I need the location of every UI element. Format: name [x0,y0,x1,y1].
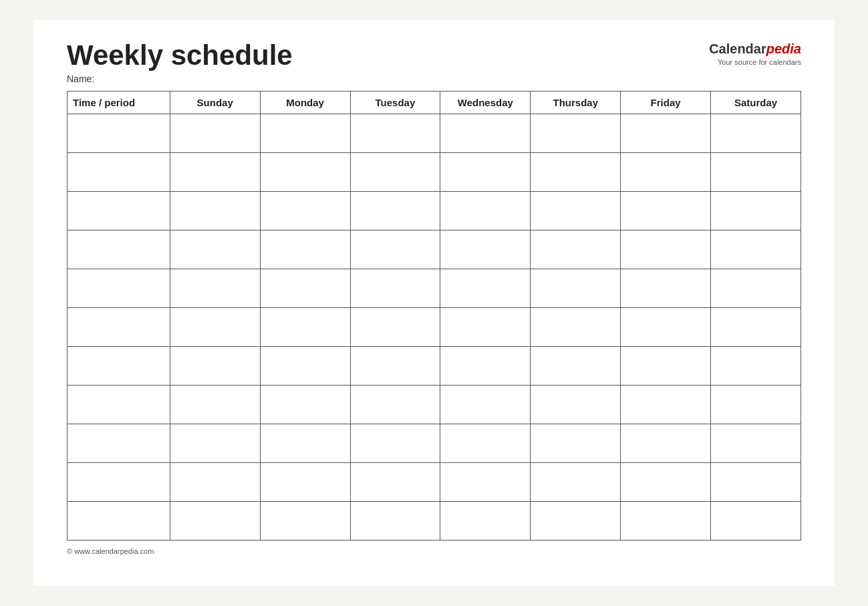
schedule-cell[interactable] [350,269,440,308]
schedule-cell[interactable] [170,463,260,502]
schedule-cell[interactable] [531,269,621,308]
schedule-cell[interactable] [711,114,801,153]
schedule-cell[interactable] [440,502,531,541]
schedule-table: Time / period Sunday Monday Tuesday Wedn… [67,91,801,541]
table-row [67,153,801,192]
schedule-cell[interactable] [621,502,711,541]
table-row [67,424,801,463]
schedule-cell[interactable] [170,192,260,231]
schedule-cell[interactable] [260,231,350,269]
schedule-cell[interactable] [621,269,711,308]
time-cell[interactable] [67,114,170,153]
time-cell[interactable] [67,463,170,502]
time-cell[interactable] [67,308,170,347]
schedule-cell[interactable] [621,424,711,463]
time-cell[interactable] [67,386,170,424]
schedule-cell[interactable] [711,463,801,502]
schedule-cell[interactable] [711,386,801,424]
schedule-cell[interactable] [260,114,350,153]
schedule-cell[interactable] [621,192,711,231]
schedule-cell[interactable] [621,231,711,269]
table-row [67,114,801,153]
schedule-cell[interactable] [711,308,801,347]
schedule-cell[interactable] [621,153,711,192]
schedule-cell[interactable] [260,192,350,231]
schedule-cell[interactable] [531,153,621,192]
schedule-cell[interactable] [350,347,440,386]
time-cell[interactable] [67,269,170,308]
time-cell[interactable] [67,192,170,231]
schedule-cell[interactable] [440,463,531,502]
schedule-cell[interactable] [531,386,621,424]
schedule-cell[interactable] [531,114,621,153]
schedule-cell[interactable] [531,424,621,463]
schedule-cell[interactable] [531,308,621,347]
time-cell[interactable] [67,347,170,386]
schedule-cell[interactable] [170,424,260,463]
schedule-cell[interactable] [440,424,531,463]
schedule-cell[interactable] [350,386,440,424]
schedule-cell[interactable] [170,231,260,269]
col-header-saturday: Saturday [711,92,801,114]
schedule-cell[interactable] [440,114,531,153]
schedule-cell[interactable] [350,463,440,502]
schedule-cell[interactable] [260,153,350,192]
schedule-cell[interactable] [621,308,711,347]
time-cell[interactable] [67,502,170,541]
time-cell[interactable] [67,424,170,463]
copyright-text: © www.calendarpedia.com [67,547,154,555]
schedule-cell[interactable] [440,308,531,347]
schedule-cell[interactable] [440,386,531,424]
schedule-cell[interactable] [531,502,621,541]
schedule-cell[interactable] [621,463,711,502]
schedule-cell[interactable] [350,114,440,153]
schedule-cell[interactable] [440,347,531,386]
schedule-cell[interactable] [711,347,801,386]
schedule-cell[interactable] [260,463,350,502]
schedule-cell[interactable] [170,347,260,386]
schedule-cell[interactable] [711,424,801,463]
schedule-cell[interactable] [531,347,621,386]
table-row [67,231,801,269]
schedule-cell[interactable] [170,502,260,541]
schedule-cell[interactable] [711,231,801,269]
time-cell[interactable] [67,153,170,192]
schedule-cell[interactable] [711,269,801,308]
schedule-cell[interactable] [711,192,801,231]
header-row: Weekly schedule Calendarpedia Your sourc… [67,40,801,71]
schedule-cell[interactable] [350,153,440,192]
schedule-cell[interactable] [350,192,440,231]
schedule-cell[interactable] [260,424,350,463]
schedule-cell[interactable] [170,386,260,424]
schedule-cell[interactable] [170,114,260,153]
schedule-cell[interactable] [260,308,350,347]
table-row [67,463,801,502]
schedule-cell[interactable] [350,308,440,347]
schedule-cell[interactable] [170,269,260,308]
schedule-cell[interactable] [170,153,260,192]
schedule-cell[interactable] [531,192,621,231]
schedule-cell[interactable] [260,269,350,308]
brand-tagline: Your source for calendars [709,57,801,67]
schedule-cell[interactable] [531,463,621,502]
schedule-cell[interactable] [711,502,801,541]
schedule-cell[interactable] [440,153,531,192]
schedule-cell[interactable] [440,192,531,231]
schedule-cell[interactable] [711,153,801,192]
schedule-cell[interactable] [621,114,711,153]
schedule-cell[interactable] [260,386,350,424]
schedule-cell[interactable] [531,231,621,269]
table-row [67,347,801,386]
schedule-cell[interactable] [350,231,440,269]
schedule-cell[interactable] [170,308,260,347]
schedule-cell[interactable] [260,502,350,541]
schedule-cell[interactable] [350,424,440,463]
time-cell[interactable] [67,231,170,269]
schedule-cell[interactable] [350,502,440,541]
col-header-sunday: Sunday [170,92,260,114]
schedule-cell[interactable] [621,347,711,386]
schedule-cell[interactable] [260,347,350,386]
schedule-cell[interactable] [440,231,531,269]
schedule-cell[interactable] [440,269,531,308]
schedule-cell[interactable] [621,386,711,424]
